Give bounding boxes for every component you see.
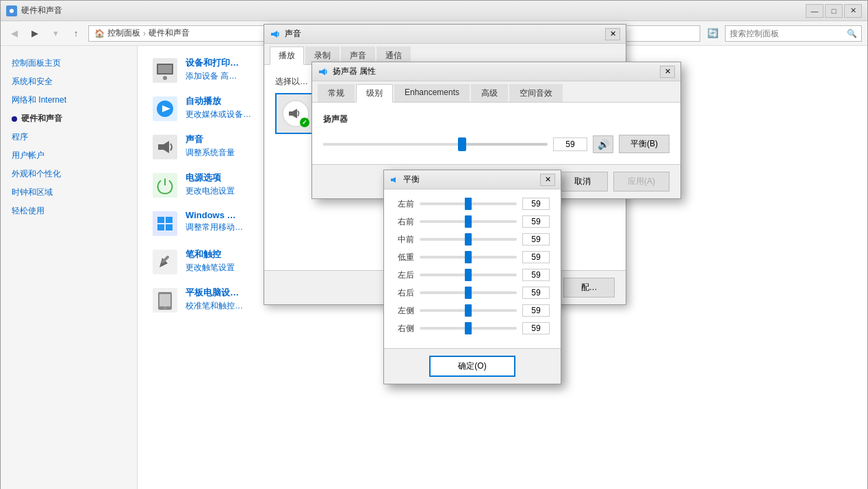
- device-icon: [151, 57, 179, 84]
- breadcrumb-sep1: ›: [143, 29, 146, 38]
- sidebar-item-appearance[interactable]: 外观和个性化: [1, 165, 137, 183]
- sidebar-appearance-label: 外观和个性化: [12, 168, 61, 180]
- tablet-icon: [151, 287, 179, 314]
- balance-ch-label: 右侧: [395, 323, 414, 334]
- sidebar-item-hardware[interactable]: 硬件和声音: [1, 109, 137, 128]
- spk-apply-button[interactable]: 应用(A): [613, 172, 669, 191]
- svg-rect-24: [271, 33, 274, 36]
- spk-tab-enhance[interactable]: Enhancements: [394, 84, 470, 102]
- breadcrumb-hw[interactable]: 硬件和声音: [149, 27, 190, 39]
- volume-slider-container: [323, 137, 548, 151]
- search-input[interactable]: [730, 29, 844, 38]
- sidebar-item-system[interactable]: 系统和安全: [1, 72, 137, 91]
- balance-titlebar: 平衡 ✕: [384, 170, 561, 189]
- balance-ch-label: 左侧: [395, 305, 414, 317]
- sound-config-btn[interactable]: 配…: [563, 278, 615, 298]
- forward-button[interactable]: ▶: [27, 25, 43, 42]
- maximize-button[interactable]: □: [825, 4, 843, 18]
- sidebar-item-home[interactable]: 控制面板主页: [1, 54, 137, 72]
- cp-sidebar: 控制面板主页 系统和安全 网络和 Internet 硬件和声音 程序 用户帐户 …: [1, 46, 138, 489]
- windows-icon: [151, 210, 179, 237]
- up-button[interactable]: ↑: [68, 25, 84, 42]
- balance-slider-container: [420, 215, 517, 228]
- balance-value-input[interactable]: [522, 269, 550, 281]
- balance-channel-row: 右前: [395, 215, 550, 228]
- svg-rect-26: [289, 111, 292, 116]
- svg-marker-27: [292, 109, 297, 118]
- balance-thumb[interactable]: [465, 215, 472, 228]
- balance-button[interactable]: 平衡(B): [619, 135, 669, 153]
- spk-tab-spatial[interactable]: 空间音效: [509, 84, 563, 102]
- balance-thumb[interactable]: [465, 198, 472, 210]
- breadcrumb-cp[interactable]: 控制面板: [107, 27, 140, 39]
- sidebar-item-ease[interactable]: 轻松使用: [1, 202, 137, 220]
- spk-props-tabs: 常规 级别 Enhancements 高级 空间音效: [312, 81, 680, 103]
- volume-thumb[interactable]: [458, 137, 466, 151]
- balance-channel-row: 左侧: [395, 304, 550, 317]
- mute-button[interactable]: 🔊: [593, 135, 613, 153]
- spk-props-icon: [318, 66, 329, 77]
- svg-marker-31: [393, 177, 396, 183]
- spk-props-title-area: 扬声器 属性: [318, 66, 376, 77]
- svg-rect-14: [157, 217, 164, 223]
- spk-cancel-button[interactable]: 取消: [557, 172, 608, 191]
- balance-value-input[interactable]: [522, 215, 550, 228]
- sound-dialog-title: 声音: [285, 28, 301, 40]
- balance-slider-container: [420, 287, 517, 299]
- svg-rect-10: [158, 144, 164, 150]
- spk-vol-section: 扬声器 59 🔊 平衡(B): [323, 114, 669, 153]
- sound-dialog-icon: [270, 29, 281, 40]
- balance-value-input[interactable]: [522, 287, 550, 299]
- balance-value-input[interactable]: [522, 198, 550, 210]
- balance-ch-label: 左前: [395, 198, 414, 210]
- close-button[interactable]: ✕: [844, 4, 862, 18]
- balance-ok-button[interactable]: 确定(O): [429, 356, 515, 377]
- balance-channel-row: 左前: [395, 198, 550, 210]
- sidebar-programs-label: 程序: [12, 131, 28, 143]
- balance-value-input[interactable]: [522, 251, 550, 263]
- spk-tab-levels[interactable]: 级别: [356, 84, 393, 103]
- balance-thumb[interactable]: [465, 287, 472, 299]
- svg-marker-25: [274, 31, 277, 38]
- spk-tab-advanced[interactable]: 高级: [471, 84, 508, 102]
- balance-channel-row: 右后: [395, 287, 550, 299]
- svg-point-5: [163, 76, 167, 80]
- balance-close-button[interactable]: ✕: [540, 174, 555, 186]
- sidebar-ease-label: 轻松使用: [12, 205, 44, 217]
- minimize-button[interactable]: —: [806, 4, 824, 18]
- balance-ch-label: 左后: [395, 269, 414, 281]
- check-icon: ✓: [300, 118, 309, 127]
- refresh-button[interactable]: 🔄: [704, 25, 721, 42]
- balance-thumb[interactable]: [465, 322, 472, 334]
- sound-dialog-close[interactable]: ✕: [605, 28, 620, 40]
- back-button[interactable]: ◀: [6, 25, 23, 42]
- balance-value-input[interactable]: [522, 304, 550, 317]
- volume-value: 59: [553, 137, 587, 151]
- balance-thumb[interactable]: [465, 269, 472, 281]
- balance-thumb[interactable]: [465, 304, 472, 317]
- svg-rect-30: [391, 179, 393, 181]
- svg-rect-13: [153, 211, 177, 236]
- spk-tab-general[interactable]: 常规: [318, 84, 355, 102]
- balance-slider-container: [420, 304, 517, 317]
- balance-value-input[interactable]: [522, 322, 550, 334]
- tab-playback[interactable]: 播放: [270, 47, 304, 65]
- spk-props-close[interactable]: ✕: [660, 66, 675, 78]
- balance-channel-row: 中前: [395, 233, 550, 246]
- balance-slider-container: [420, 269, 517, 281]
- sidebar-item-clock[interactable]: 时钟和区域: [1, 183, 137, 202]
- cp-window-icon: [6, 5, 17, 16]
- sidebar-item-network[interactable]: 网络和 Internet: [1, 91, 137, 109]
- volume-track: [323, 143, 548, 146]
- svg-point-23: [164, 306, 166, 309]
- balance-thumb[interactable]: [465, 233, 472, 246]
- balance-slider-container: [420, 233, 517, 246]
- sidebar-system-label: 系统和安全: [12, 76, 53, 88]
- balance-ch-label: 右前: [395, 216, 414, 228]
- sidebar-item-programs[interactable]: 程序: [1, 128, 137, 146]
- balance-thumb[interactable]: [465, 251, 472, 263]
- sidebar-item-users[interactable]: 用户帐户: [1, 146, 137, 165]
- sound-dialog-title-area: 声音: [270, 28, 301, 40]
- balance-value-input[interactable]: [522, 233, 550, 246]
- recent-button[interactable]: ▾: [47, 25, 64, 42]
